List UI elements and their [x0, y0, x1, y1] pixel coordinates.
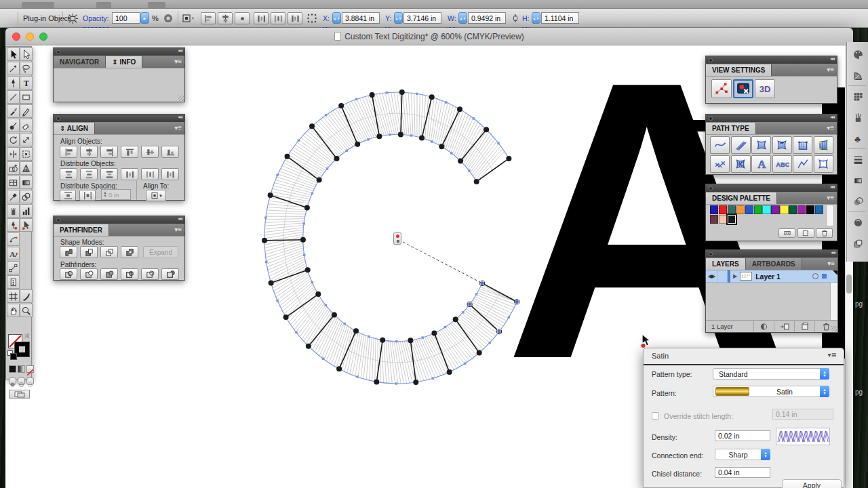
pen-tool[interactable] [7, 76, 20, 89]
dialog-menu-icon[interactable]: ▾≣ [828, 351, 837, 359]
color-guide-panel-icon[interactable] [850, 67, 866, 83]
collapse-icon[interactable]: ◂◂ [830, 184, 834, 190]
panel-grip[interactable]: ◂◂ [706, 115, 837, 122]
minus-front-button[interactable] [80, 246, 98, 258]
color-swatch[interactable] [780, 205, 788, 214]
pattern-select[interactable]: Satin ▲▼ [713, 386, 829, 397]
collapse-icon[interactable]: ◂◂ [830, 114, 834, 120]
fill-stitch-button[interactable] [751, 136, 771, 154]
opacity-dropdown[interactable]: ▶ [140, 12, 149, 24]
trim-button[interactable] [80, 268, 98, 280]
paintbrush-tool[interactable] [7, 104, 20, 118]
dist-h-center-button[interactable] [141, 168, 159, 180]
color-swatch[interactable] [797, 205, 806, 214]
stitch-preview-button[interactable] [733, 79, 753, 98]
lettering-abc-button[interactable]: ABC [772, 155, 792, 173]
title-bar[interactable]: Custom Text Digitizing* @ 600% (CMYK/Pre… [5, 28, 853, 45]
hand-tool[interactable] [7, 304, 20, 317]
apply-button[interactable]: Apply [782, 479, 842, 488]
transparency-panel-icon[interactable] [850, 193, 866, 209]
y-stepper[interactable]: ▲▼ [394, 12, 403, 24]
magic-wand-tool[interactable] [7, 62, 20, 75]
swatch-options-button[interactable] [778, 228, 795, 238]
align-h-center-button[interactable] [80, 146, 98, 158]
collapse-icon[interactable]: ◂◂ [178, 114, 182, 120]
connection-end-select[interactable]: Sharp ▲▼ [715, 449, 770, 460]
color-swatch[interactable] [719, 205, 727, 214]
manual-stitch-button[interactable] [793, 155, 812, 173]
resize-grip[interactable] [831, 326, 837, 331]
tab-view-settings[interactable]: VIEW SETTINGS [706, 64, 772, 76]
swap-fill-stroke-icon[interactable]: ⤨ [24, 333, 28, 340]
style-icon[interactable] [163, 9, 174, 28]
intersect-button[interactable] [100, 246, 118, 258]
3d-button[interactable]: 3D [755, 79, 775, 98]
collapse-icon[interactable]: ◂◂ [178, 216, 182, 222]
panel-grip[interactable]: ◂◂ [54, 115, 184, 122]
panel-menu-icon[interactable]: ▾≡ [174, 226, 182, 233]
monogram-button[interactable]: A [751, 155, 771, 173]
layer-thumbnail[interactable] [740, 272, 752, 281]
collapse-icon[interactable]: ◂◂ [831, 249, 835, 256]
new-layer-button[interactable] [794, 321, 814, 332]
new-sublayer-button[interactable] [774, 321, 794, 332]
color-mode-button[interactable] [9, 365, 16, 373]
opacity-field[interactable]: 100 [112, 12, 140, 24]
lock-toggle-cell[interactable] [717, 270, 728, 283]
color-swatch[interactable] [745, 205, 753, 214]
merge-button[interactable] [100, 268, 118, 280]
tab-design-palette[interactable]: DESIGN PALETTE [706, 192, 777, 204]
h-stepper[interactable]: ▲▼ [532, 12, 540, 24]
blend-tool[interactable] [20, 190, 33, 203]
pattern-type-select[interactable]: Standard ▲▼ [713, 368, 829, 380]
fill-stroke-indicator[interactable]: ⤨ [8, 334, 31, 363]
color-swatch[interactable] [710, 215, 718, 224]
collapse-icon[interactable]: ◂◂ [178, 47, 182, 54]
override-stitch-length-checkbox[interactable] [652, 412, 659, 420]
align-bottom-button[interactable] [161, 146, 179, 158]
gradient-panel-icon[interactable] [850, 172, 866, 188]
x-stepper[interactable]: ▲▼ [332, 12, 341, 24]
align-h-right-button[interactable] [235, 12, 250, 24]
stroke-panel-icon[interactable] [850, 151, 866, 167]
x-field[interactable]: 3.8841 in [342, 12, 380, 24]
dist-right-button[interactable] [288, 12, 302, 24]
zigzag-stitch-button[interactable] [731, 136, 751, 154]
color-swatch[interactable] [754, 205, 762, 214]
panel-grip[interactable]: ◂◂ [706, 56, 837, 64]
tab-align[interactable]: ⇕ ALIGN [54, 123, 95, 134]
draw-behind-button[interactable] [18, 378, 25, 385]
none-mode-button[interactable] [26, 365, 34, 373]
node-edit-tool[interactable] [7, 261, 20, 274]
color-swatch[interactable] [728, 205, 736, 214]
dist-left-button[interactable] [254, 12, 269, 24]
opacity-label[interactable]: Opacity: [83, 9, 109, 28]
unite-button[interactable] [60, 246, 77, 258]
default-fill-stroke-icon[interactable] [7, 350, 13, 356]
color-swatch[interactable] [736, 205, 745, 214]
dist-h-center-button[interactable] [271, 12, 285, 24]
screen-mode-button[interactable] [9, 390, 30, 399]
zoom-tool[interactable] [20, 304, 33, 317]
space-vertical-button[interactable] [60, 190, 76, 201]
rectangle-tool[interactable] [20, 90, 33, 104]
lattice-fill-button[interactable] [731, 155, 751, 173]
color-panel-icon[interactable] [850, 46, 866, 62]
satin-column-nodes-button[interactable] [814, 136, 833, 154]
scrollbar-thumb[interactable] [846, 274, 852, 293]
space-horizontal-button[interactable] [79, 190, 96, 201]
exclude-button[interactable] [121, 246, 138, 258]
column-graph-tool[interactable] [20, 204, 33, 218]
outline-button[interactable] [141, 268, 159, 280]
panel-menu-icon[interactable]: ▾≡ [827, 194, 834, 201]
align-left-button[interactable] [60, 146, 77, 158]
lasso-tool[interactable] [20, 62, 33, 75]
eraser-tool[interactable] [20, 119, 33, 132]
chisel-distance-field[interactable]: 0.04 in [715, 467, 770, 478]
width-tool[interactable] [7, 147, 20, 161]
align-to-dropdown[interactable]: ▾ [146, 190, 166, 201]
color-swatch[interactable] [719, 215, 727, 224]
disclosure-triangle[interactable]: ▶ [733, 273, 737, 279]
dist-right-button[interactable] [161, 168, 179, 180]
knife-tool[interactable] [20, 289, 33, 303]
